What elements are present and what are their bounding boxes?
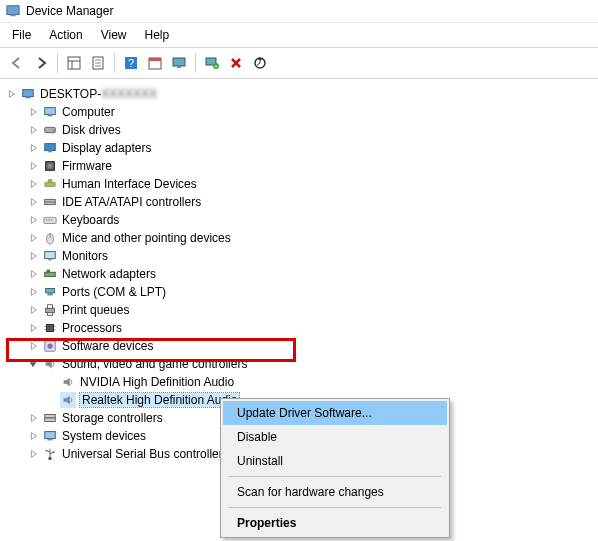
tree-twisty-icon[interactable] <box>26 339 40 353</box>
tree-item-mouse-7[interactable]: Mice and other pointing devices <box>4 229 594 247</box>
disk-icon <box>42 122 58 138</box>
toolbar-help-button[interactable]: ? <box>120 52 142 74</box>
tree-item-speaker-15[interactable]: NVIDIA High Definition Audio <box>4 373 594 391</box>
tree-item-cpu-12[interactable]: Processors <box>4 319 594 337</box>
svg-rect-26 <box>48 151 52 153</box>
tree-twisty-icon[interactable] <box>26 195 40 209</box>
toolbar-forward-button[interactable] <box>30 52 52 74</box>
tree-item-printer-11[interactable]: Print queues <box>4 301 594 319</box>
menu-help[interactable]: Help <box>137 25 178 45</box>
tree-item-label: Print queues <box>62 303 129 317</box>
tree-item-label: Display adapters <box>62 141 151 155</box>
tree-item-label: System devices <box>62 429 146 443</box>
menu-view[interactable]: View <box>93 25 135 45</box>
svg-rect-22 <box>47 115 52 117</box>
tree-twisty-icon[interactable] <box>26 429 40 443</box>
context-menu-item-1[interactable]: Disable <box>223 425 447 449</box>
tree-item-disk-1[interactable]: Disk drives <box>4 121 594 139</box>
tree-twisty-icon[interactable] <box>26 411 40 425</box>
toolbar-calendar-button[interactable] <box>144 52 166 74</box>
toolbar-monitor-plus-button[interactable]: + <box>201 52 223 74</box>
tree-item-label: Sound, video and game controllers <box>62 357 247 371</box>
svg-rect-28 <box>47 163 52 168</box>
tree-item-label: Processors <box>62 321 122 335</box>
tree-item-computer-0[interactable]: Computer <box>4 103 594 121</box>
tree-twisty-icon[interactable] <box>26 303 40 317</box>
toolbar-monitor-refresh-button[interactable] <box>168 52 190 74</box>
toolbar-back-button[interactable] <box>6 52 28 74</box>
tree-twisty-icon[interactable] <box>26 213 40 227</box>
tree-twisty-icon[interactable] <box>4 87 18 101</box>
menu-file[interactable]: File <box>4 25 39 45</box>
tree-item-label: Keyboards <box>62 213 119 227</box>
mouse-icon <box>42 230 58 246</box>
display-icon <box>42 140 58 156</box>
svg-rect-62 <box>53 451 55 453</box>
tree-item-monitor-8[interactable]: Monitors <box>4 247 594 265</box>
svg-rect-34 <box>46 219 48 221</box>
tree-item-ports-10[interactable]: Ports (COM & LPT) <box>4 283 594 301</box>
hid-icon <box>42 176 58 192</box>
software-icon <box>42 338 58 354</box>
svg-rect-55 <box>45 415 56 419</box>
svg-rect-1 <box>10 15 15 17</box>
printer-icon <box>42 302 58 318</box>
toolbar-properties-sheet-button[interactable] <box>87 52 109 74</box>
system-icon <box>42 428 58 444</box>
svg-rect-20 <box>25 97 30 99</box>
tree-item-keyboard-6[interactable]: Keyboards <box>4 211 594 229</box>
tree-twisty-icon[interactable] <box>26 141 40 155</box>
tree-twisty-icon[interactable] <box>26 123 40 137</box>
svg-rect-45 <box>46 308 55 312</box>
svg-rect-56 <box>45 418 56 422</box>
context-menu[interactable]: Update Driver Software...DisableUninstal… <box>220 398 450 538</box>
tree-item-ide-5[interactable]: IDE ATA/ATAPI controllers <box>4 193 594 211</box>
tree-root[interactable]: DESKTOP-XXXXXXX <box>4 85 594 103</box>
toolbar-divider <box>195 53 196 73</box>
tree-item-software-13[interactable]: Software devices <box>4 337 594 355</box>
tree-item-firmware-3[interactable]: Firmware <box>4 157 594 175</box>
tree-twisty-icon[interactable] <box>26 231 40 245</box>
tree-twisty-icon[interactable] <box>26 159 40 173</box>
svg-rect-21 <box>45 108 56 115</box>
tree-twisty-icon[interactable] <box>26 321 40 335</box>
svg-rect-46 <box>47 305 52 309</box>
toolbar-show-tree-button[interactable] <box>63 52 85 74</box>
context-menu-item-4[interactable]: Scan for hardware changes <box>223 480 447 504</box>
cpu-icon <box>42 320 58 336</box>
tree-item-label: Universal Serial Bus controllers <box>62 447 229 461</box>
monitor-icon <box>42 248 58 264</box>
ports-icon <box>42 284 58 300</box>
tree-twisty-icon[interactable] <box>26 177 40 191</box>
toolbar-delete-x-button[interactable] <box>225 52 247 74</box>
svg-rect-2 <box>68 57 80 69</box>
tree-twisty-icon[interactable] <box>26 357 40 371</box>
svg-rect-0 <box>7 6 19 15</box>
tree-item-display-2[interactable]: Display adapters <box>4 139 594 157</box>
tree-twisty-icon[interactable] <box>26 447 40 461</box>
tree-item-label: Disk drives <box>62 123 121 137</box>
tree-item-label: Mice and other pointing devices <box>62 231 231 245</box>
context-menu-item-6[interactable]: Properties <box>223 511 447 535</box>
tree-leaf-spacer <box>44 393 58 407</box>
keyboard-icon <box>42 212 58 228</box>
tree-item-sound-14[interactable]: Sound, video and game controllers <box>4 355 594 373</box>
network-icon <box>42 266 58 282</box>
tree-item-label: Monitors <box>62 249 108 263</box>
svg-rect-44 <box>47 293 52 296</box>
menu-action[interactable]: Action <box>41 25 90 45</box>
tree-item-hid-4[interactable]: Human Interface Devices <box>4 175 594 193</box>
tree-twisty-icon[interactable] <box>26 267 40 281</box>
tree-item-label: Computer <box>62 105 115 119</box>
toolbar-update-driver-button[interactable] <box>249 52 271 74</box>
context-menu-separator <box>229 507 441 508</box>
svg-rect-42 <box>47 270 51 273</box>
speaker-icon <box>60 374 76 390</box>
svg-rect-19 <box>23 90 34 97</box>
tree-twisty-icon[interactable] <box>26 285 40 299</box>
tree-twisty-icon[interactable] <box>26 249 40 263</box>
context-menu-item-0[interactable]: Update Driver Software... <box>223 401 447 425</box>
context-menu-item-2[interactable]: Uninstall <box>223 449 447 473</box>
tree-item-network-9[interactable]: Network adapters <box>4 265 594 283</box>
tree-twisty-icon[interactable] <box>26 105 40 119</box>
